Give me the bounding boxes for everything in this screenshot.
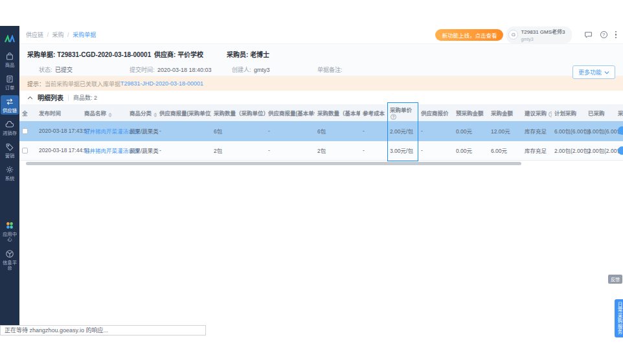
table-cell [19,141,36,160]
column-header: 采购单价 [387,104,418,121]
detail-table-wrap: 全发布时间商品名称商品分类供应商报量(采购单位)采购数量（采购单位）供应商报量(… [19,104,623,166]
table-cell: 12.00元 [488,121,522,141]
column-header: 计划采购 [552,104,585,121]
column-header: 发布时间 [36,104,82,121]
breadcrumb-item[interactable]: 供应链 [26,32,43,38]
feedback-tab[interactable]: 反馈 [608,275,622,284]
sidebar-bottom-items: 应用中心信息平台 [1,183,19,273]
doc-field: 采购员: 老博士 [227,49,269,59]
column-header: 供应商报量(基本单位) [266,104,315,121]
sidebar-item-信息平台[interactable]: 信息平台 [1,247,19,273]
user-name: T29831 GMS老师3 [521,29,565,35]
column-header[interactable]: 商品名称 [82,104,127,121]
info-icon[interactable] [549,111,552,117]
breadcrumb-item[interactable]: 采购 [52,32,64,38]
chevron-down-icon [604,71,609,74]
sidebar-item-订单[interactable]: 订单 [1,73,19,92]
column-header: 采购数量（基本单位） [315,104,360,121]
table-cell: 6.00包(6.00包) [552,121,585,141]
column-header: 采购数量（采购单位） [211,104,266,121]
linked-document-link[interactable]: T29831-JHD-2020-03-18-00001 [120,80,203,87]
service-tab[interactable]: 日常采购服务 [615,299,623,337]
breadcrumb-separator: / [47,32,49,38]
table-cell: 2020-03-18 17:44:51 [36,141,82,160]
column-header: 全 [19,104,36,121]
order-icon [5,74,14,84]
table-cell: 宏井猪肉芹菜灌汤水饺 [82,141,127,160]
sidebar-item-系统[interactable]: 系统 [1,163,19,183]
table-cell: - [266,121,315,141]
help-icon[interactable] [600,31,607,38]
hint-prefix: 提示： [27,80,45,88]
more-menu-icon[interactable] [615,31,617,39]
message-icon[interactable] [584,30,593,39]
table-cell [19,121,36,141]
table-cell: 3.00元/包 [387,141,418,160]
sidebar-item-商品[interactable]: 商品 [1,50,19,69]
table-row: 2020-03-18 17:44:51宏井猪肉芹菜灌汤水饺蔬果/蔬果类-2包-2… [19,141,623,160]
table-cell: 0.00元 [453,141,488,160]
divider [68,95,69,101]
sidebar: 商品订单供应链进销存营销系统 应用中心信息平台 [0,26,19,327]
sort-icon[interactable] [153,113,157,117]
app-center-icon [5,221,14,230]
sidebar-item-应用中心[interactable]: 应用中心 [1,219,19,244]
detail-table: 全发布时间商品名称商品分类供应商报量(采购单位)采购数量（采购单位）供应商报量(… [19,104,623,161]
browser-status-bar: 正在等待 zhangzhou.goeasy.io 的响应... [0,325,206,336]
doc-field: 创建人: gmty3 [232,63,269,74]
table-cell: 2.00包(2.00包) [552,141,585,160]
goods-icon [5,52,14,61]
doc-field: 供应商: 平价学校 [154,49,203,59]
table-cell: - [157,141,211,160]
system-icon [5,165,14,174]
document-header: 采购单据: T29831-CGD-2020-03-18-00001供应商: 平价… [19,44,623,76]
detail-panel-header: 明细列表 商品数: 2 [19,91,623,104]
breadcrumb-separator: / [67,32,69,38]
user-menu[interactable]: G T29831 GMS老师3 gmty3 [506,27,571,43]
sidebar-items: 商品订单供应链进销存营销系统 [1,47,19,183]
table-cell: 2包 [211,141,266,160]
column-header: 预采购金额 [453,104,488,121]
scrollbar-thumb[interactable] [26,162,521,165]
column-header: 供应商报价 [418,104,453,121]
doc-fields-row1: 采购单据: T29831-CGD-2020-03-18-00001供应商: 平价… [19,49,623,58]
user-account: gmty3 [521,37,533,41]
panel-title: 明细列表 [38,93,63,102]
table-header-row: 全发布时间商品名称商品分类供应商报量(采购单位)采购数量（采购单位）供应商报量(… [19,104,623,121]
column-header: 建议采购 [522,104,552,121]
column-header: 采购金额 [488,104,522,121]
info-icon[interactable] [391,114,396,120]
row-checkbox[interactable] [22,148,28,154]
breadcrumb-current: 采购单据 [73,32,96,38]
hint-bar: 提示： 当前采购单据已关联入库单据 T29831-JHD-2020-03-18-… [19,76,623,91]
sidebar-item-营销[interactable]: 营销 [1,141,19,160]
buyer-avatar[interactable] [618,146,623,155]
table-row: 2020-03-18 17:43:57宏井猪肉芹菜灌汤水饺蔬果/蔬果类-6包-6… [19,121,623,141]
more-actions-button[interactable]: 更多功能 [572,65,615,79]
column-header[interactable]: 商品分类 [127,104,157,121]
avatar: G [508,30,518,40]
column-header: 供应商报量(采购单位) [157,104,211,121]
doc-field: 采购单据: T29831-CGD-2020-03-18-00001 [27,49,151,59]
sidebar-item-供应链[interactable]: 供应链 [1,95,19,115]
sort-icon[interactable] [108,113,112,117]
row-checkbox[interactable] [22,128,28,134]
collapse-icon[interactable] [27,96,33,100]
breadcrumb: 供应链 / 采购 / 采购单据 [26,30,96,39]
item-count: 商品数: 2 [73,93,97,102]
table-cell: 0.00元 [453,121,488,141]
table-cell: 6包 [211,121,266,141]
table-cell: 库存充足 [522,141,552,160]
sidebar-item-进销存[interactable]: 进销存 [1,118,19,137]
app-logo-icon[interactable] [4,31,16,47]
table-cell: - [360,141,387,160]
column-header: 采购人 [615,104,623,121]
doc-fields-row2: 状态: 已提交提交时间: 2020-03-18 18:40:03创建人: gmt… [19,63,623,72]
table-cell: 6.00元 [488,141,522,160]
table-cell: 蔬果/蔬果类 [127,141,157,160]
buyer-avatar[interactable] [618,126,623,135]
new-feature-badge[interactable]: 新功能上线，点击查看 [435,29,503,41]
info-platform-icon [5,249,14,258]
table-cell: - [418,141,453,160]
topbar: 供应链 / 采购 / 采购单据 新功能上线，点击查看 G T29831 GMS老… [19,26,623,44]
